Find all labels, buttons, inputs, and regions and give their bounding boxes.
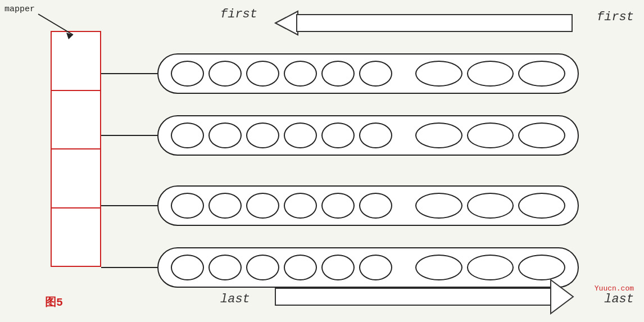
queue-oval <box>284 123 317 148</box>
mapper-label: mapper <box>4 4 35 14</box>
queue-row-2 <box>157 115 579 156</box>
mapper-cell-2 <box>52 91 100 150</box>
last-left-label: last <box>220 292 250 306</box>
mapper-cell-1 <box>52 32 100 91</box>
queue-row-3 <box>157 185 579 226</box>
queue-oval <box>246 123 279 148</box>
queue-oval <box>284 255 317 280</box>
first-right-label: first <box>597 10 634 24</box>
mapper-cell-3 <box>52 149 100 208</box>
queue-row-4 <box>157 247 579 288</box>
queue-oval-wide <box>415 61 462 87</box>
queue-oval <box>208 61 242 87</box>
queue-oval-wide <box>518 123 565 148</box>
queue-oval-wide <box>467 255 514 280</box>
queue-oval <box>321 123 355 148</box>
queue-oval-wide <box>467 123 514 148</box>
first-left-label: first <box>220 7 257 21</box>
queue-oval-wide <box>518 61 565 87</box>
queue-oval-wide <box>518 255 565 280</box>
figure-label: 图5 <box>45 294 63 310</box>
last-right-label: last <box>604 292 634 306</box>
diagram-container: mapper <box>0 0 644 322</box>
queue-oval <box>246 61 279 87</box>
queue-oval <box>246 255 279 280</box>
queue-oval <box>284 193 317 219</box>
queue-row-1 <box>157 53 579 94</box>
queue-oval <box>359 123 392 148</box>
queue-oval-wide <box>415 255 462 280</box>
queue-oval <box>321 255 355 280</box>
queue-oval <box>321 193 355 219</box>
queue-oval-wide <box>415 193 462 219</box>
queue-oval <box>359 61 392 87</box>
svg-rect-7 <box>297 15 572 31</box>
queue-oval-wide <box>467 193 514 219</box>
svg-rect-8 <box>275 288 551 305</box>
queue-oval <box>284 61 317 87</box>
watermark-label: Yuucn.com <box>595 284 634 293</box>
queue-oval <box>208 255 242 280</box>
queue-oval-wide <box>415 123 462 148</box>
queue-oval <box>246 193 279 219</box>
queue-oval-wide <box>518 193 565 219</box>
queue-oval <box>171 123 204 148</box>
queue-oval <box>359 193 392 219</box>
queue-oval <box>171 61 204 87</box>
svg-marker-6 <box>275 11 298 35</box>
queue-oval <box>171 193 204 219</box>
queue-oval <box>321 61 355 87</box>
queue-oval <box>208 123 242 148</box>
queue-oval <box>208 193 242 219</box>
queue-oval-wide <box>467 61 514 87</box>
mapper-box <box>51 31 101 267</box>
queue-oval <box>359 255 392 280</box>
mapper-cell-4 <box>52 208 100 266</box>
queue-oval <box>171 255 204 280</box>
